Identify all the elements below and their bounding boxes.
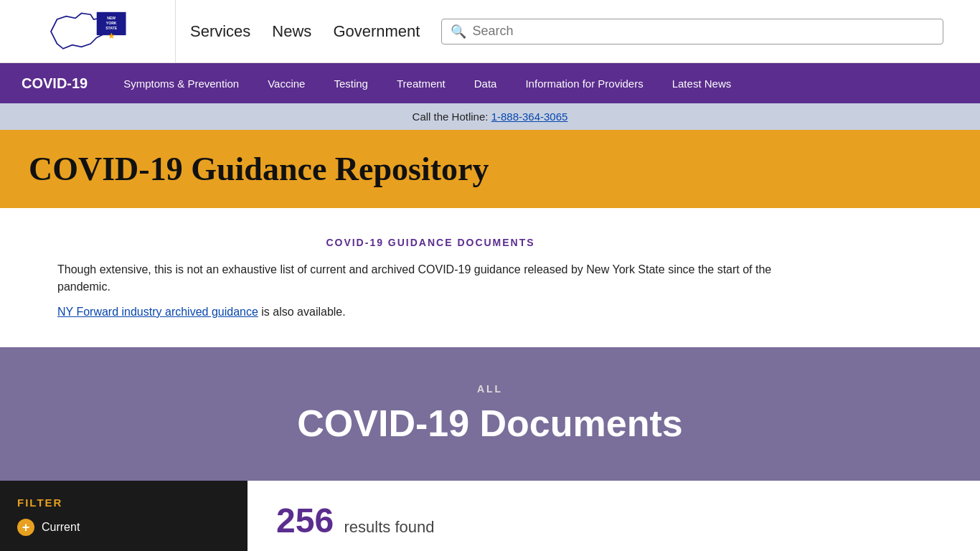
search-icon: 🔍 [451,24,466,39]
data-link[interactable]: Data [474,77,497,90]
guidance-description: Though extensive, this is not an exhaust… [57,261,804,296]
content-area: COVID-19 GUIDANCE DOCUMENTS Though exten… [0,208,861,347]
covid-navigation: COVID-19 Symptoms & Prevention Vaccine T… [0,63,980,103]
page-title-banner: COVID-19 Guidance Repository [0,130,980,208]
symptoms-prevention-link[interactable]: Symptoms & Prevention [123,77,239,90]
hotline-bar: Call the Hotline: 1-888-364-3065 [0,103,980,130]
vaccine-link[interactable]: Vaccine [268,77,305,90]
guidance-link-suffix: is also available. [258,306,346,318]
page-title: COVID-19 Guidance Repository [29,150,951,188]
svg-text:STATE: STATE [105,25,118,29]
news-link[interactable]: News [272,22,311,41]
filter-current-label: Current [42,521,80,534]
all-label: ALL [14,383,966,395]
filter-title: FILTER [17,496,230,509]
guidance-section-title: COVID-19 GUIDANCE DOCUMENTS [57,237,804,248]
results-count: 256 [276,501,334,540]
hotline-number[interactable]: 1-888-364-3065 [491,110,568,123]
government-link[interactable]: Government [333,22,420,41]
guidance-link-line: NY Forward industry archived guidance is… [57,306,804,319]
documents-section: ALL COVID-19 Documents [0,347,980,481]
covid-nav-title: COVID-19 [22,75,88,92]
svg-text:YORK: YORK [106,20,117,24]
svg-text:★: ★ [108,31,116,41]
filter-panel: FILTER + Current [0,481,248,551]
testing-link[interactable]: Testing [334,77,368,90]
top-nav-links: Services News Government 🔍 [176,19,980,44]
nys-logo: NEW YORK STATE ★ [44,7,131,56]
results-panel: 256 results found [248,481,980,551]
documents-title: COVID-19 Documents [14,402,966,445]
services-link[interactable]: Services [190,22,250,41]
hotline-label: Call the Hotline: [413,110,489,123]
latest-news-link[interactable]: Latest News [672,77,732,90]
treatment-link[interactable]: Treatment [397,77,446,90]
logo-area: NEW YORK STATE ★ [0,0,176,62]
filter-plus-icon: + [17,519,34,536]
filter-current-option[interactable]: + Current [17,519,230,536]
filter-results-row: FILTER + Current 256 results found [0,481,980,551]
search-bar[interactable]: 🔍 [441,19,943,44]
search-input[interactable] [472,24,934,39]
svg-text:NEW: NEW [107,16,116,20]
results-found-text: results found [344,518,435,536]
info-providers-link[interactable]: Information for Providers [525,77,643,90]
ny-forward-link[interactable]: NY Forward industry archived guidance [57,306,258,318]
top-navigation: NEW YORK STATE ★ Services News Governmen… [0,0,980,63]
